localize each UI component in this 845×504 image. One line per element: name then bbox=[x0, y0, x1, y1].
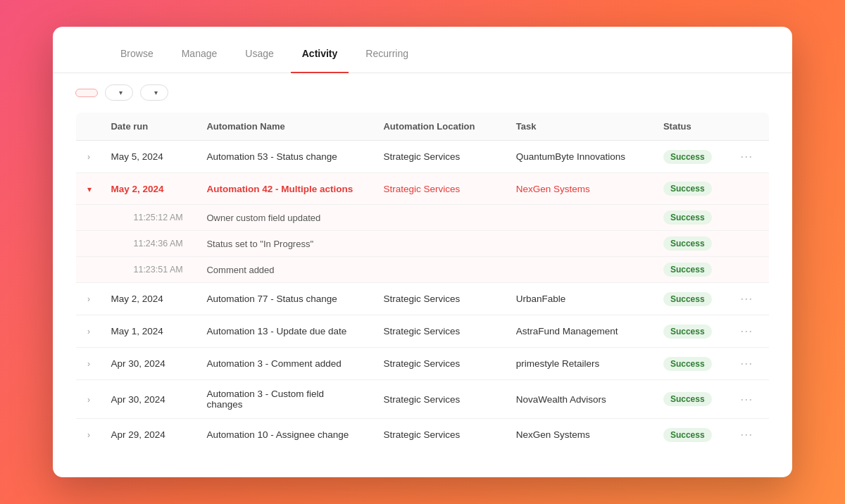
row-date: May 2, 2024 bbox=[99, 173, 195, 205]
row-more-actions[interactable]: ··· bbox=[726, 419, 769, 451]
expand-icon[interactable]: › bbox=[87, 294, 90, 304]
more-button[interactable]: ··· bbox=[737, 290, 756, 307]
row-location: Strategic Services bbox=[372, 283, 504, 315]
status-badge: Success bbox=[663, 237, 712, 251]
sub-row-empty-more bbox=[726, 257, 769, 283]
more-button[interactable]: ··· bbox=[737, 322, 756, 339]
row-task: QuantumByte Innovations bbox=[505, 141, 652, 173]
filter-chip-strategic-services[interactable] bbox=[75, 89, 98, 97]
expand-icon[interactable]: › bbox=[87, 395, 90, 405]
row-date: Apr 30, 2024 bbox=[99, 380, 195, 419]
row-location: Strategic Services bbox=[372, 348, 504, 380]
row-more-actions[interactable] bbox=[726, 173, 769, 205]
table-row[interactable]: ›May 1, 2024Automation 13 - Update due d… bbox=[76, 315, 770, 348]
row-task: UrbanFable bbox=[505, 283, 652, 315]
row-automation-name: Automation 42 - Multiple actions bbox=[195, 173, 372, 205]
status-badge: Success bbox=[663, 428, 712, 442]
status-badge: Success bbox=[663, 182, 712, 196]
row-more-actions[interactable]: ··· bbox=[726, 141, 769, 173]
expand-icon[interactable]: › bbox=[87, 152, 90, 162]
row-task: primestyle Retailers bbox=[505, 348, 652, 380]
row-location: Strategic Services bbox=[372, 315, 504, 348]
sub-row-status: Success bbox=[652, 205, 726, 231]
col-date-run: Date run bbox=[99, 113, 195, 141]
row-status: Success bbox=[652, 419, 726, 451]
row-date: May 1, 2024 bbox=[99, 315, 195, 348]
sub-row-empty-task bbox=[505, 257, 652, 283]
date-filter-button[interactable]: ▾ bbox=[140, 84, 168, 101]
sub-row: 11:24:36 AMStatus set to "In Progress"Su… bbox=[76, 231, 770, 257]
tab-bar: BrowseManageUsageActivityRecurring bbox=[109, 42, 420, 73]
tab-usage[interactable]: Usage bbox=[234, 42, 284, 73]
tab-manage[interactable]: Manage bbox=[170, 42, 229, 73]
tab-activity[interactable]: Activity bbox=[291, 42, 349, 73]
row-more-actions[interactable]: ··· bbox=[726, 283, 769, 315]
collapse-icon[interactable]: ▾ bbox=[87, 184, 92, 194]
sub-row-empty-loc bbox=[372, 205, 504, 231]
row-automation-name: Automation 10 - Assignee change bbox=[195, 419, 372, 451]
table-row[interactable]: ›May 2, 2024Automation 77 - Status chang… bbox=[76, 283, 770, 315]
sub-row-empty-loc bbox=[372, 257, 504, 283]
row-automation-name: Automation 3 - Custom field changes bbox=[195, 380, 372, 419]
col-automation-name: Automation Name bbox=[195, 113, 372, 141]
sub-row-action: Status set to "In Progress" bbox=[195, 231, 372, 257]
col-expand bbox=[76, 113, 100, 141]
row-task: NexGen Systems bbox=[505, 173, 652, 205]
sub-row-empty-task bbox=[505, 231, 652, 257]
more-button[interactable]: ··· bbox=[737, 426, 756, 443]
status-badge: Success bbox=[663, 357, 712, 371]
app-window: BrowseManageUsageActivityRecurring ▾ ▾ D… bbox=[53, 27, 792, 477]
row-more-actions[interactable]: ··· bbox=[726, 380, 769, 419]
table-row[interactable]: ›Apr 29, 2024Automation 10 - Assignee ch… bbox=[76, 419, 770, 451]
sub-row: 11:23:51 AMComment addedSuccess bbox=[76, 257, 770, 283]
row-date: May 5, 2024 bbox=[99, 141, 195, 173]
row-status: Success bbox=[652, 173, 726, 205]
col-status: Status bbox=[652, 113, 726, 141]
table-row[interactable]: ›Apr 30, 2024Automation 3 - Custom field… bbox=[76, 380, 770, 419]
row-location: Strategic Services bbox=[372, 173, 504, 205]
row-automation-name: Automation 77 - Status change bbox=[195, 283, 372, 315]
sub-row-action: Comment added bbox=[195, 257, 372, 283]
row-status: Success bbox=[652, 283, 726, 315]
table-row[interactable]: ›Apr 30, 2024Automation 3 - Comment adde… bbox=[76, 348, 770, 380]
sub-row-empty-loc bbox=[372, 231, 504, 257]
table-header: Date run Automation Name Automation Loca… bbox=[76, 113, 770, 141]
expand-icon[interactable]: › bbox=[87, 359, 90, 369]
table-row[interactable]: ›May 5, 2024Automation 53 - Status chang… bbox=[76, 141, 770, 173]
row-date: May 2, 2024 bbox=[99, 283, 195, 315]
row-status: Success bbox=[652, 141, 726, 173]
row-automation-name: Automation 3 - Comment added bbox=[195, 348, 372, 380]
row-more-actions[interactable]: ··· bbox=[726, 315, 769, 348]
status-badge: Success bbox=[663, 210, 712, 225]
tab-browse[interactable]: Browse bbox=[109, 42, 165, 73]
row-automation-name: Automation 13 - Update due date bbox=[195, 315, 372, 348]
row-date: Apr 30, 2024 bbox=[99, 348, 195, 380]
status-badge: Success bbox=[663, 263, 712, 277]
status-filter-button[interactable]: ▾ bbox=[105, 84, 133, 101]
tab-recurring[interactable]: Recurring bbox=[354, 42, 420, 73]
sub-row-empty-more bbox=[726, 231, 769, 257]
sub-row-time: 11:24:36 AM bbox=[99, 231, 195, 257]
sub-row-spacer bbox=[76, 257, 100, 283]
row-more-actions[interactable]: ··· bbox=[726, 348, 769, 380]
expand-icon[interactable]: › bbox=[87, 327, 90, 336]
sub-row-action: Owner custom field updated bbox=[195, 205, 372, 231]
sub-row-status: Success bbox=[652, 257, 726, 283]
sub-row-spacer bbox=[76, 205, 100, 231]
more-button[interactable]: ··· bbox=[737, 148, 756, 165]
col-task: Task bbox=[505, 113, 652, 141]
sub-row-status: Success bbox=[652, 231, 726, 257]
status-badge: Success bbox=[663, 392, 712, 406]
row-status: Success bbox=[652, 315, 726, 348]
sub-row-time: 11:25:12 AM bbox=[99, 205, 195, 231]
more-button[interactable]: ··· bbox=[737, 355, 756, 372]
col-actions bbox=[726, 113, 769, 141]
expand-icon[interactable]: › bbox=[87, 430, 90, 440]
filter-bar: ▾ ▾ bbox=[53, 73, 792, 112]
table-row[interactable]: ▾May 2, 2024Automation 42 - Multiple act… bbox=[76, 173, 770, 205]
more-button[interactable]: ··· bbox=[737, 391, 756, 408]
status-badge: Success bbox=[663, 292, 712, 306]
table-container: Date run Automation Name Automation Loca… bbox=[53, 112, 792, 477]
table-body: ›May 5, 2024Automation 53 - Status chang… bbox=[76, 141, 770, 451]
sub-row-empty-task bbox=[505, 205, 652, 231]
